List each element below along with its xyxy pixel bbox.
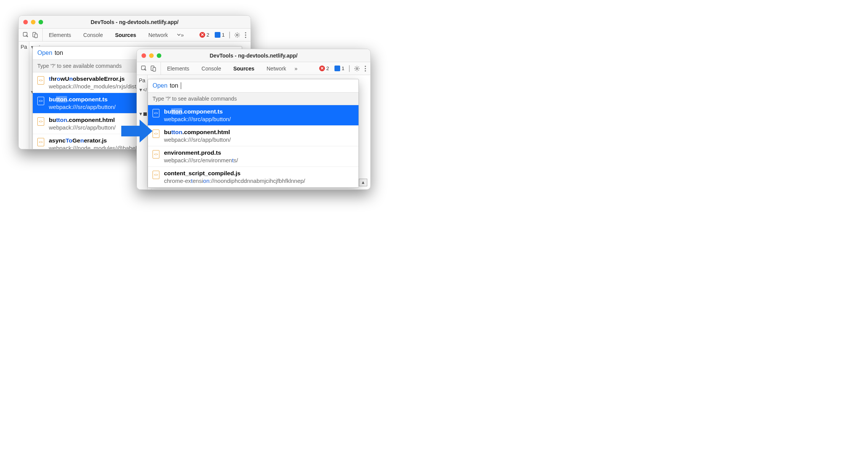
file-icon: <> [153,171,159,179]
result-path: webpack:///src/environments/ [164,157,354,163]
open-file-popup: Open ton Type '?' to see available comma… [148,79,359,188]
device-toggle-icon[interactable] [32,32,39,38]
minimize-icon[interactable] [149,53,154,58]
more-tabs-icon[interactable]: » [174,32,186,38]
svg-point-12 [365,68,366,69]
svg-point-13 [365,70,366,71]
tab-sources[interactable]: Sources [109,29,142,41]
tab-network[interactable]: Network [142,29,174,41]
file-icon: <> [153,130,159,138]
left-panel-tab[interactable]: Pa [19,42,29,149]
file-icon: <> [37,76,44,85]
result-path: webpack:///src/app/button/ [164,116,354,122]
kebab-menu-icon[interactable] [364,65,366,72]
error-count: 2 [207,32,209,38]
search-result[interactable]: <>button.component.htmlwebpack:///src/ap… [148,126,358,146]
error-icon: ✕ [319,66,325,71]
file-icon: <> [153,109,159,117]
drawer-toggle-icon[interactable]: ▲ [359,179,367,186]
inspect-icon[interactable] [23,32,29,38]
error-count: 2 [326,66,329,71]
popup-search-input[interactable]: Open ton [148,79,358,92]
svg-point-6 [245,37,246,38]
traffic-lights [141,53,161,58]
zoom-icon[interactable] [39,20,43,24]
gear-icon[interactable] [354,65,360,72]
open-label: Open [153,82,167,89]
inspect-icon[interactable] [141,65,148,72]
devtools-window-after: DevTools - ng-devtools.netlify.app/ Elem… [137,49,371,190]
open-label: Open [37,50,52,56]
svg-rect-2 [35,34,37,38]
issues-badge[interactable]: 1 [214,32,225,38]
error-icon: ✕ [199,32,205,38]
result-title: environment.prod.ts [164,149,354,156]
titlebar: DevTools - ng-devtools.netlify.app/ [137,49,370,62]
search-result[interactable]: <>environment.prod.tswebpack:///src/envi… [148,146,358,167]
svg-point-5 [245,34,246,35]
popup-hint: Type '?' to see available commands [148,92,358,105]
result-title: button.component.ts [164,108,354,115]
divider [349,65,350,72]
result-title: content_script_compiled.js [164,170,354,177]
titlebar: DevTools - ng-devtools.netlify.app/ [19,16,251,29]
issues-icon [215,32,220,38]
result-path: chrome-extension://noondiphcddnnabmjcihc… [164,178,354,184]
tab-elements[interactable]: Elements [43,29,77,41]
file-icon: <> [37,138,44,146]
zoom-icon[interactable] [157,53,161,58]
file-icon: <> [37,117,44,126]
toolbar: Elements Console Sources Network » ✕ 2 1 [19,29,251,42]
issues-count: 1 [342,66,344,71]
gear-icon[interactable] [234,32,241,38]
traffic-lights [23,20,43,24]
tab-console[interactable]: Console [195,62,227,75]
result-path: webpack:///src/app/button/ [164,136,354,143]
svg-point-10 [356,67,358,69]
svg-rect-9 [153,67,156,71]
toolbar: Elements Console Sources Network » ✕ 2 1 [137,62,370,75]
file-icon: <> [37,97,44,105]
tab-sources[interactable]: Sources [227,62,260,75]
tab-network[interactable]: Network [260,62,292,75]
search-result[interactable]: <>content_script_compiled.jschrome-exten… [148,167,358,187]
issues-badge[interactable]: 1 [334,66,345,71]
svg-point-11 [365,66,366,67]
window-title: DevTools - ng-devtools.netlify.app/ [141,53,366,59]
tab-elements[interactable]: Elements [161,62,195,75]
divider [229,32,230,38]
window-title: DevTools - ng-devtools.netlify.app/ [23,19,246,25]
svg-point-4 [245,32,246,33]
file-icon: <> [153,150,159,158]
device-toggle-icon[interactable] [150,65,157,72]
result-title: button.component.html [164,129,354,136]
search-query: ton [55,50,63,56]
close-icon[interactable] [23,20,28,24]
issues-count: 1 [222,32,225,38]
navigator-tree: ▼</ ▼ [138,86,148,118]
tab-console[interactable]: Console [77,29,109,41]
kebab-menu-icon[interactable] [244,32,247,38]
search-query: ton [170,82,178,89]
more-tabs-icon[interactable]: » [292,66,300,72]
search-result[interactable]: <>button.component.tswebpack:///src/app/… [148,105,358,126]
minimize-icon[interactable] [31,20,35,24]
issues-icon [334,66,340,71]
svg-point-3 [236,34,238,36]
close-icon[interactable] [141,53,146,58]
error-badge[interactable]: ✕ 2 [318,66,330,71]
arrow-icon [121,120,153,142]
error-badge[interactable]: ✕ 2 [199,32,210,38]
text-cursor [181,82,181,89]
